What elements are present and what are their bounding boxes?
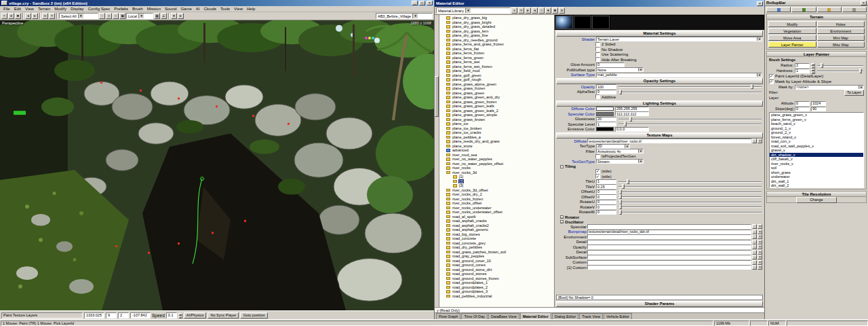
browse-icon[interactable]: … (752, 139, 757, 143)
specular-level-field[interactable]: 1 (596, 122, 616, 126)
terrain-group-header[interactable]: Terrain (767, 14, 866, 20)
clear-icon[interactable]: × (757, 260, 762, 265)
alphatest-field[interactable]: 0 (596, 90, 616, 94)
terrain-tool-button[interactable]: Holes (817, 21, 865, 27)
hardness-slider[interactable] (816, 69, 864, 73)
selection-mask-combo[interactable]: Select All▼ (59, 13, 98, 19)
pos-x-field[interactable]: 1333.025 (84, 312, 104, 319)
assign-material-icon[interactable]: ▸ (525, 7, 531, 14)
rotatev-slider[interactable] (618, 204, 762, 209)
ai-physics-button[interactable]: AI/Physics (184, 312, 207, 319)
editor-tab[interactable]: Dialog Editor (552, 313, 579, 319)
menu-item[interactable]: Display (68, 7, 86, 11)
expand-icon[interactable]: + (560, 220, 564, 223)
rotateu-field[interactable]: 0 (596, 200, 616, 204)
menu-item[interactable]: View (23, 7, 36, 11)
texture-path-field[interactable] (587, 260, 751, 265)
rotatew-field[interactable]: 0 (596, 210, 616, 215)
save-library-icon[interactable]: ■ (552, 7, 558, 14)
editor-tab[interactable]: Flow Graph (436, 313, 460, 319)
material-tree-item[interactable]: road_pebbles_inductrial (439, 294, 554, 299)
texture-path-field[interactable] (587, 240, 751, 244)
texture-path-field[interactable] (587, 244, 751, 249)
menu-item[interactable]: Mission (145, 7, 163, 11)
scrollbar-thumb[interactable] (435, 76, 439, 117)
maximize-button[interactable]: □ (419, 1, 425, 5)
clear-icon[interactable]: × (757, 240, 762, 244)
offsetu-field[interactable]: 0 (596, 189, 616, 194)
browse-icon[interactable]: … (752, 230, 757, 234)
rollup-tab-layers[interactable] (842, 7, 867, 12)
speed-field[interactable]: 0.1 (166, 312, 177, 319)
menu-item[interactable]: Prefabs (112, 7, 130, 11)
oscillator-section-header[interactable]: +Oscillator (555, 219, 764, 224)
scale-icon[interactable]: ▣ (119, 13, 125, 19)
rollup-close-icon[interactable]: × (861, 1, 867, 5)
tilev-field[interactable]: 0.25 (596, 184, 616, 189)
tiling-section-header[interactable]: −Tiling (555, 164, 764, 169)
alphatest-slider[interactable] (618, 90, 762, 94)
browse-icon[interactable]: … (752, 265, 757, 270)
clear-icon[interactable]: × (757, 255, 762, 259)
pos-z-field[interactable]: 2 (118, 312, 129, 319)
tree-scrollbar[interactable] (435, 15, 439, 307)
viewport-3d[interactable]: Perspective 1680 x 1068 (0, 20, 434, 310)
minimize-button[interactable]: _ (412, 1, 418, 5)
tile-v-checkbox[interactable] (595, 174, 600, 179)
terrain-tool-button[interactable]: Misc Map (817, 41, 865, 48)
texture-path-field[interactable] (587, 224, 751, 229)
specular-level-slider[interactable] (618, 122, 762, 126)
layer-painter-header[interactable]: Layer Painter (767, 52, 866, 57)
diffuse-color-swatch[interactable] (596, 107, 614, 111)
terrain-tool-button[interactable]: Environment (817, 28, 865, 34)
texture-path-field[interactable] (587, 255, 751, 259)
rollup-tab-objects[interactable] (766, 7, 791, 12)
use-scattering-checkbox[interactable] (595, 52, 600, 57)
editor-tab[interactable]: Track View (579, 313, 603, 319)
menu-item[interactable]: Game (178, 7, 193, 11)
diffuse-color-value[interactable]: 255,255,255 (615, 107, 649, 111)
collapse-icon[interactable]: − (560, 165, 564, 168)
specular-color-swatch[interactable] (596, 112, 614, 116)
save-icon[interactable]: ■ (15, 13, 21, 19)
no-shadow-checkbox[interactable] (595, 47, 600, 52)
offsetv-field[interactable]: 0 (596, 194, 616, 199)
menu-item[interactable]: View (232, 7, 245, 11)
pom-offset-dropdown[interactable]: None▼ (596, 67, 644, 72)
move-icon[interactable]: + (106, 13, 112, 19)
terrain-tool-button[interactable]: Vegetation (768, 28, 816, 34)
no-sync-player-button[interactable]: No Sync Player (208, 312, 239, 319)
goto-position-button[interactable]: Goto position (240, 312, 267, 319)
shader-params-header[interactable]: Shader Params (556, 301, 763, 307)
browse-icon[interactable]: … (752, 250, 757, 255)
snap-grid-icon[interactable]: ▦ (154, 13, 160, 19)
menu-item[interactable]: Config Spec (86, 7, 113, 11)
textype-dropdown[interactable]: 2D▼ (596, 144, 630, 149)
surface-type-dropdown[interactable]: mat_pebble▼ (596, 73, 762, 77)
menu-item[interactable]: Sound (163, 7, 178, 11)
two-sided-checkbox[interactable] (595, 42, 600, 47)
browse-icon[interactable]: … (752, 234, 757, 239)
close-button[interactable]: × (427, 1, 433, 5)
terrain-tool-button[interactable]: Mini Map (817, 35, 865, 41)
menu-item[interactable]: Modify (52, 7, 68, 11)
terrain-tool-button[interactable]: Move Area (768, 35, 816, 41)
specular-color-value[interactable]: 112,112,112 (615, 111, 649, 116)
pos-y-field[interactable]: 9 (106, 312, 117, 319)
get-from-selection-icon[interactable]: ◂ (532, 7, 538, 14)
unlink-icon[interactable]: × (49, 13, 55, 19)
clear-icon[interactable]: × (757, 139, 762, 143)
open-icon[interactable]: ≡ (8, 13, 14, 19)
rotator-section-header[interactable]: +Rotator (555, 215, 764, 219)
hardness-spinner[interactable]: ▲▼ (811, 69, 815, 73)
browse-icon[interactable]: … (752, 255, 757, 259)
editor-tab[interactable]: Material Editor (520, 312, 551, 319)
opacity-slider[interactable] (618, 84, 762, 89)
browse-icon[interactable]: … (752, 244, 757, 249)
delete-material-icon[interactable]: × (518, 7, 524, 14)
rollup-tab-terrain[interactable] (791, 7, 816, 12)
material-preview-slot[interactable] (592, 16, 610, 29)
rotateu-slider[interactable] (618, 200, 762, 204)
menu-item[interactable]: File (1, 7, 12, 11)
diffuse-map-field[interactable]: textures/terrain/detail/river_rocks.tif (587, 139, 751, 143)
